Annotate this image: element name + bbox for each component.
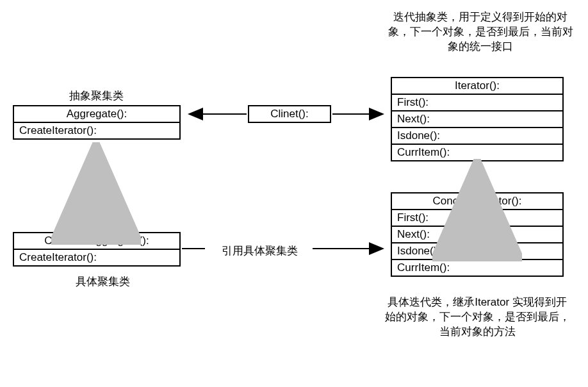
iterator-method-isdone: Isdone(): <box>392 128 562 145</box>
concrete-iterator-method-isdone: Isdone(): <box>392 243 562 260</box>
concrete-iterator-class-box: ConcreteIterator(): First(): Next(): Isd… <box>391 192 564 277</box>
iterator-class-box: Iterator(): First(): Next(): Isdone(): C… <box>391 77 564 161</box>
concrete-aggregate-class-box: ConcreteAggregate(): CreateIterator(): <box>13 232 181 267</box>
concrete-iterator-title: ConcreteIterator(): <box>392 194 562 210</box>
iterator-title: Iterator(): <box>392 78 562 95</box>
concrete-iterator-method-curritem: CurrItem(): <box>392 260 562 276</box>
concrete-iterator-description: 具体迭代类，继承Iterator 实现得到开始的对象，下一个对象，是否到最后，当… <box>384 295 570 339</box>
concrete-aggregate-method-createiterator: CreateIterator(): <box>14 250 179 265</box>
aggregate-title: Aggregate(): <box>14 106 179 123</box>
iterator-method-first: First(): <box>392 95 562 111</box>
aggregate-description: 抽象聚集类 <box>58 88 135 103</box>
concrete-aggregate-title: ConcreteAggregate(): <box>14 233 179 250</box>
client-class-box: Clinet(): <box>248 105 331 123</box>
iterator-method-curritem: CurrItem(): <box>392 145 562 160</box>
concrete-iterator-method-first: First(): <box>392 210 562 227</box>
reference-label: 引用具体聚集类 <box>208 243 311 258</box>
client-title: Clinet(): <box>249 106 330 122</box>
iterator-description: 迭代抽象类，用于定义得到开始的对象，下一个对象，是否到最后，当前对象的统一接口 <box>388 10 573 54</box>
iterator-method-next: Next(): <box>392 111 562 128</box>
aggregate-method-createiterator: CreateIterator(): <box>14 123 179 138</box>
aggregate-class-box: Aggregate(): CreateIterator(): <box>13 105 181 140</box>
concrete-aggregate-description: 具体聚集类 <box>64 274 141 289</box>
concrete-iterator-method-next: Next(): <box>392 227 562 243</box>
